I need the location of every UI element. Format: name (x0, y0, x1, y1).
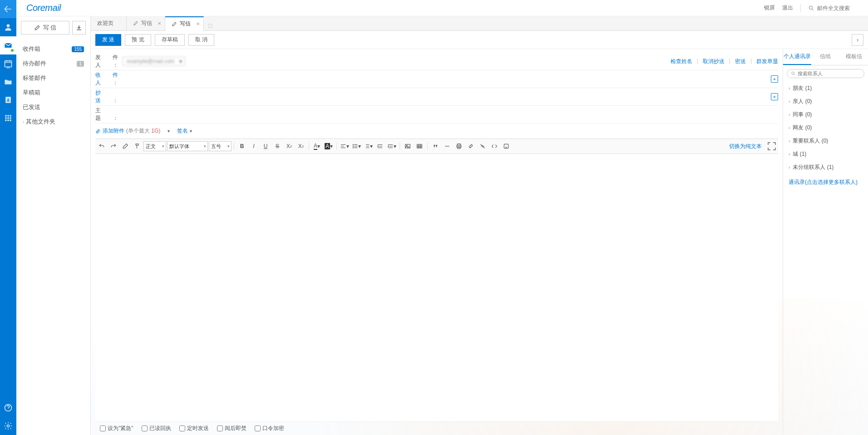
fullscreen-icon[interactable] (766, 141, 777, 152)
to-input[interactable] (123, 74, 771, 84)
expand-panel-button[interactable]: › (852, 34, 863, 46)
rail-calendar-icon[interactable]: 30 (0, 54, 16, 73)
undo-icon[interactable] (96, 141, 107, 152)
table-icon[interactable] (414, 141, 425, 152)
outdent-icon[interactable] (375, 141, 385, 152)
schedule-checkbox[interactable]: 定时发送 (179, 425, 209, 432)
rail-back-icon[interactable] (0, 0, 16, 18)
more-contacts-link[interactable]: 通讯录(点击选择更多联系人) (783, 174, 868, 191)
font-select[interactable]: 默认字体 (167, 141, 208, 151)
contact-group[interactable]: ›网友 (0) (787, 121, 864, 134)
global-search-input[interactable] (817, 5, 863, 11)
add-to-button[interactable]: + (771, 75, 778, 83)
contacts-tab-template[interactable]: 模板信 (840, 49, 868, 65)
switch-plain-link[interactable]: 切换为纯文本 (725, 143, 765, 150)
subject-input[interactable] (123, 109, 778, 119)
close-icon[interactable]: × (158, 20, 161, 27)
rail-help-icon[interactable] (0, 399, 16, 417)
rail-files-icon[interactable] (0, 73, 16, 91)
save-draft-button[interactable]: 存草稿 (155, 34, 185, 46)
rail-profile-icon[interactable] (0, 18, 16, 36)
preview-button[interactable]: 预 览 (125, 34, 151, 46)
rail-contacts-icon[interactable] (0, 91, 16, 109)
ol-icon[interactable]: ▾ (363, 141, 374, 152)
contact-group[interactable]: ›亲人 (0) (787, 95, 864, 108)
italic-icon[interactable]: I (248, 141, 259, 152)
folder-other[interactable]: ›其他文件夹 (16, 114, 90, 129)
redo-icon[interactable] (108, 141, 119, 152)
mass-link[interactable]: 群发单显 (756, 58, 778, 65)
receive-button[interactable] (72, 21, 86, 35)
folder-tagged[interactable]: 标签邮件 (16, 71, 90, 85)
strike-icon[interactable]: S (272, 141, 283, 152)
font-size-select[interactable]: 五号 (209, 141, 232, 151)
global-search[interactable] (808, 5, 863, 11)
paragraph-select[interactable]: 正文 (143, 141, 166, 151)
contacts-tab-paper[interactable]: 信纸 (811, 49, 839, 65)
cancel-cc-link[interactable]: 取消抄送 (703, 58, 725, 65)
emoji-icon[interactable] (501, 141, 512, 152)
contacts-tab-personal[interactable]: 个人通讯录 (783, 49, 811, 65)
to-label[interactable]: 收件人： (95, 71, 123, 87)
indent-icon[interactable]: ▾ (386, 141, 397, 152)
close-icon[interactable]: × (196, 20, 200, 27)
cancel-button[interactable]: 取 消 (188, 34, 214, 46)
contact-group[interactable]: ›未分组联系人 (1) (787, 161, 864, 174)
lock-screen-link[interactable]: 锁屏 (764, 4, 775, 12)
bg-color-icon[interactable]: A ▾ (323, 141, 334, 152)
contact-group[interactable]: ›同事 (0) (787, 108, 864, 121)
superscript-icon[interactable]: X2 (296, 141, 306, 152)
contact-search[interactable] (787, 69, 864, 78)
send-button[interactable]: 发 送 (95, 34, 121, 46)
code-icon[interactable] (489, 141, 500, 152)
link-icon[interactable] (465, 141, 476, 152)
cc-label[interactable]: 抄 送： (95, 89, 123, 104)
compose-button[interactable]: 写 信 (21, 21, 69, 35)
folder-sent[interactable]: 已发送 (16, 100, 90, 114)
tab-welcome[interactable]: 欢迎页 (91, 16, 127, 30)
contact-group[interactable]: ›重要联系人 (0) (787, 134, 864, 148)
rail-mail-icon[interactable] (0, 36, 16, 54)
eraser-icon[interactable] (120, 141, 131, 152)
compose-form: 发件人： example@mail.com 检查姓名| 取消抄送| 密送| 群发… (91, 49, 783, 435)
format-painter-icon[interactable] (132, 141, 143, 152)
signature-link[interactable]: 签名 ▾ (177, 127, 192, 135)
editor-body[interactable] (95, 154, 778, 421)
hr-icon[interactable] (442, 141, 453, 152)
urgent-checkbox[interactable]: 设为"紧急" (100, 425, 133, 432)
from-dropdown[interactable]: example@mail.com (123, 57, 185, 66)
icon-rail: 30 (0, 0, 16, 435)
contact-group[interactable]: ›朋友 (1) (787, 82, 864, 95)
bold-icon[interactable]: B (237, 141, 247, 152)
ul-icon[interactable]: ▾ (351, 141, 362, 152)
encrypt-checkbox[interactable]: 口令加密 (255, 425, 284, 432)
bcc-link[interactable]: 密送 (735, 58, 746, 65)
tab-add-button[interactable] (206, 21, 215, 30)
contact-search-input[interactable] (798, 71, 860, 76)
tab-compose-2[interactable]: 写信× (165, 16, 204, 31)
folder-todo[interactable]: 待办邮件1 (16, 56, 90, 71)
folder-inbox[interactable]: 收件箱155 (16, 42, 90, 56)
print-icon[interactable] (454, 141, 464, 152)
image-icon[interactable] (402, 141, 413, 152)
receipt-checkbox[interactable]: 已读回执 (142, 425, 171, 432)
folder-drafts[interactable]: 草稿箱 (16, 85, 90, 100)
contact-group[interactable]: ›城 (1) (787, 148, 864, 161)
cc-input[interactable] (123, 92, 771, 102)
align-icon[interactable]: ▾ (339, 141, 350, 152)
subscript-icon[interactable]: X2 (284, 141, 295, 152)
rail-settings-icon[interactable] (0, 417, 16, 435)
unlink-icon[interactable] (477, 141, 488, 152)
attach-dropdown[interactable]: ▾ (168, 129, 170, 133)
add-cc-button[interactable]: + (771, 93, 778, 100)
rail-apps-icon[interactable] (0, 109, 16, 127)
burn-checkbox[interactable]: 阅后即焚 (217, 425, 247, 432)
add-attachment-link[interactable]: 添加附件 (单个最大 1G) (95, 127, 160, 135)
underline-icon[interactable]: U (260, 141, 271, 152)
font-color-icon[interactable]: A ▾ (311, 141, 322, 152)
check-name-link[interactable]: 检查姓名 (671, 58, 692, 65)
svg-point-15 (809, 6, 812, 9)
logout-link[interactable]: 退出 (782, 4, 793, 12)
tab-compose-1[interactable]: 写信× (127, 16, 165, 30)
quote-icon[interactable] (430, 141, 441, 152)
